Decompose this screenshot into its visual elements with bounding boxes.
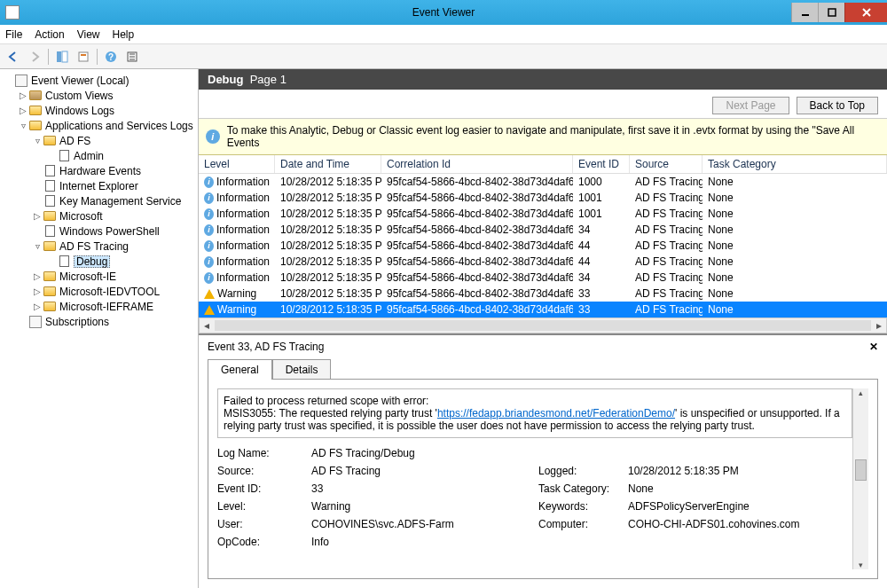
minimize-button[interactable] (791, 3, 818, 22)
menu-view[interactable]: View (77, 28, 100, 41)
lbl-source: Source: (217, 465, 306, 477)
details-close-button[interactable]: ✕ (869, 341, 878, 353)
log-icon (43, 195, 57, 208)
menu-bar: File Action View Help (0, 25, 887, 44)
col-date[interactable]: Date and Time (275, 155, 381, 173)
col-event-id[interactable]: Event ID (573, 155, 630, 173)
information-icon: i (204, 240, 214, 252)
details-vertical-scrollbar[interactable]: ▴ ▾ (852, 388, 868, 569)
val-opcode: Info (311, 536, 852, 548)
details-pane: Event 33, AD FS Tracing ✕ General Detail… (199, 333, 887, 588)
svg-rect-5 (81, 54, 86, 56)
back-to-top-button[interactable]: Back to Top (797, 97, 878, 114)
close-button[interactable] (844, 3, 887, 22)
warning-icon (204, 305, 215, 315)
event-message: Failed to process returned scope with er… (217, 388, 852, 438)
menu-file[interactable]: File (5, 28, 22, 41)
tab-details[interactable]: Details (272, 359, 332, 380)
tree-admin[interactable]: Admin (0, 148, 198, 163)
tree-app-services-logs[interactable]: ▿Applications and Services Logs (0, 118, 198, 133)
tree-hardware-events[interactable]: Hardware Events (0, 163, 198, 178)
tree-debug[interactable]: Debug (0, 254, 198, 269)
window-title: Event Viewer (412, 6, 475, 19)
folder-icon (28, 120, 43, 132)
val-level: Warning (311, 500, 533, 513)
table-row[interactable]: iInformation10/28/2012 5:18:35 PM95fcaf5… (199, 206, 887, 222)
content-header-page: Page 1 (250, 73, 287, 86)
lbl-log-name: Log Name: (217, 447, 306, 459)
lbl-computer: Computer: (538, 518, 623, 530)
tree-ms-iedvtool[interactable]: ▷Microsoft-IEDVTOOL (0, 284, 198, 299)
horizontal-scrollbar[interactable]: ◂ ▸ (199, 318, 887, 333)
information-icon: i (204, 272, 214, 284)
menu-action[interactable]: Action (35, 28, 64, 41)
back-button[interactable] (4, 47, 23, 67)
grid-header[interactable]: Level Date and Time Correlation Id Event… (199, 155, 887, 174)
tree-powershell[interactable]: Windows PowerShell (0, 223, 198, 239)
col-source[interactable]: Source (630, 155, 703, 173)
tree-microsoft[interactable]: ▷Microsoft (0, 208, 198, 223)
lbl-keywords: Keywords: (538, 500, 623, 513)
tree-kms[interactable]: Key Management Service (0, 193, 198, 208)
tree-root[interactable]: Event Viewer (Local) (0, 73, 198, 88)
table-row[interactable]: Warning10/28/2012 5:18:35 PM95fcaf54-586… (199, 302, 887, 318)
message-link[interactable]: https://fedapp.briandesmond.net/Federati… (437, 407, 675, 419)
svg-rect-0 (802, 14, 809, 16)
maximize-button[interactable] (818, 3, 844, 22)
table-row[interactable]: iInformation10/28/2012 5:18:35 PM95fcaf5… (199, 190, 887, 206)
folder-icon (28, 90, 43, 102)
tree-custom-views[interactable]: ▷Custom Views (0, 88, 198, 103)
tree-pane[interactable]: Event Viewer (Local) ▷Custom Views ▷Wind… (0, 69, 199, 588)
menu-help[interactable]: Help (113, 28, 135, 41)
tab-general[interactable]: General (208, 359, 272, 380)
refresh-button[interactable] (122, 47, 142, 67)
lbl-task-cat: Task Category: (538, 482, 623, 495)
val-keywords: ADFSPolicyServerEngine (628, 500, 852, 513)
col-level[interactable]: Level (199, 155, 275, 173)
tree-ms-ie[interactable]: ▷Microsoft-IE (0, 269, 198, 284)
val-event-id: 33 (311, 482, 533, 495)
properties-button[interactable] (74, 47, 93, 67)
table-row[interactable]: iInformation10/28/2012 5:18:35 PM95fcaf5… (199, 222, 887, 238)
scroll-right-icon[interactable]: ▸ (872, 319, 886, 332)
tree-root-label: Event Viewer (Local) (31, 74, 130, 87)
event-viewer-icon (14, 74, 28, 87)
event-grid[interactable]: Level Date and Time Correlation Id Event… (199, 155, 887, 333)
forward-button[interactable] (25, 47, 44, 67)
col-task[interactable]: Task Category (703, 155, 887, 173)
table-row[interactable]: iInformation10/28/2012 5:18:35 PM95fcaf5… (199, 270, 887, 286)
tree-adfs[interactable]: ▿AD FS (0, 133, 198, 148)
table-row[interactable]: iInformation10/28/2012 5:18:35 PM95fcaf5… (199, 238, 887, 254)
information-icon: i (204, 224, 214, 236)
info-bar-text: To make this Analytic, Debug or Classic … (227, 124, 880, 149)
table-row[interactable]: iInformation10/28/2012 5:18:35 PM95fcaf5… (199, 254, 887, 270)
tab-general-body: Failed to process returned scope with er… (208, 379, 878, 579)
val-log-name: AD FS Tracing/Debug (311, 447, 852, 459)
help-button[interactable]: ? (101, 47, 121, 67)
tree-ms-ieframe[interactable]: ▷Microsoft-IEFRAME (0, 299, 198, 314)
scroll-up-icon[interactable]: ▴ (859, 388, 863, 397)
val-user: COHOVINES\svc.ADFS-Farm (311, 518, 533, 530)
show-tree-button[interactable] (52, 47, 72, 67)
tree-subscriptions[interactable]: Subscriptions (0, 314, 198, 329)
next-page-button[interactable]: Next Page (712, 97, 789, 114)
info-bar: i To make this Analytic, Debug or Classi… (199, 119, 887, 155)
title-bar: Event Viewer (0, 0, 887, 25)
subscriptions-icon (28, 316, 43, 328)
tree-ie[interactable]: Internet Explorer (0, 178, 198, 193)
svg-rect-3 (62, 51, 67, 62)
table-row[interactable]: Warning10/28/2012 5:18:35 PM95fcaf54-586… (199, 286, 887, 302)
lbl-event-id: Event ID: (217, 482, 306, 495)
table-row[interactable]: iInformation10/28/2012 5:18:35 PM95fcaf5… (199, 174, 887, 190)
information-icon: i (204, 208, 214, 220)
scroll-left-icon[interactable]: ◂ (200, 319, 214, 332)
col-correlation[interactable]: Correlation Id (381, 155, 573, 173)
tree-adfs-tracing[interactable]: ▿AD FS Tracing (0, 239, 198, 254)
svg-rect-2 (57, 51, 61, 62)
scroll-down-icon[interactable]: ▾ (859, 561, 863, 569)
val-source: AD FS Tracing (311, 465, 533, 477)
content-pane: Debug Page 1 Next Page Back to Top i To … (199, 69, 887, 588)
folder-icon (43, 301, 57, 313)
tree-windows-logs[interactable]: ▷Windows Logs (0, 103, 198, 118)
content-header: Debug Page 1 (199, 69, 887, 90)
